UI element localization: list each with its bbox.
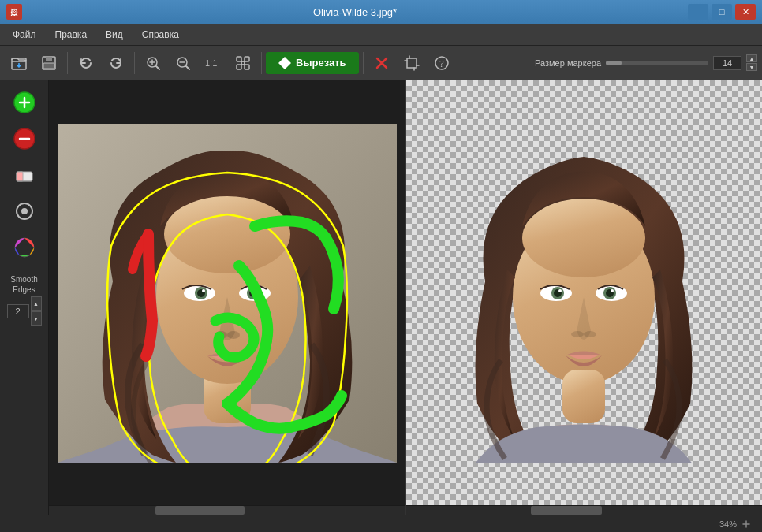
smooth-edges-input[interactable] bbox=[7, 304, 29, 318]
svg-rect-3 bbox=[43, 63, 54, 69]
marker-size-fill bbox=[606, 61, 622, 65]
marker-size-label: Размер маркера bbox=[535, 58, 601, 68]
left-image-canvas[interactable] bbox=[58, 124, 397, 463]
separator-1 bbox=[67, 52, 68, 74]
svg-rect-8 bbox=[245, 57, 249, 61]
left-scrollbar-thumb[interactable] bbox=[155, 506, 245, 515]
app-icon: 🖼 bbox=[6, 4, 22, 20]
svg-point-50 bbox=[611, 289, 614, 292]
eraser-tool[interactable] bbox=[9, 159, 40, 191]
undo-button[interactable] bbox=[72, 50, 100, 76]
right-scrollbar-thumb[interactable] bbox=[531, 506, 602, 515]
toolbar: 1:1 Вырезать ? bbox=[0, 46, 762, 80]
right-image-canvas[interactable] bbox=[414, 124, 753, 463]
svg-rect-2 bbox=[46, 57, 52, 61]
svg-rect-10 bbox=[245, 65, 249, 69]
redo-button[interactable] bbox=[102, 50, 130, 76]
smooth-down[interactable]: ▼ bbox=[31, 311, 42, 326]
smooth-edges-label: Smooth Edges bbox=[0, 274, 48, 295]
right-scrollbar[interactable] bbox=[406, 505, 763, 515]
separator-3 bbox=[261, 52, 262, 74]
right-image-container bbox=[406, 80, 763, 505]
marker-size-down[interactable]: ▼ bbox=[746, 63, 757, 71]
svg-rect-19 bbox=[17, 172, 23, 181]
marker-size-arrows: ▲ ▼ bbox=[746, 54, 757, 71]
svg-rect-42 bbox=[562, 370, 605, 423]
menu-view[interactable]: Вид bbox=[96, 26, 133, 43]
zoom-out-button[interactable] bbox=[169, 50, 197, 76]
separator-4 bbox=[363, 52, 364, 74]
marker-size-input[interactable] bbox=[713, 56, 741, 70]
separator-2 bbox=[134, 52, 135, 74]
sidebar: Smooth Edges ▲ ▼ bbox=[0, 80, 49, 515]
svg-text:?: ? bbox=[439, 58, 444, 69]
svg-point-16 bbox=[14, 92, 35, 113]
svg-point-23 bbox=[21, 244, 28, 251]
svg-point-22 bbox=[15, 238, 34, 257]
title-bar: 🖼 Olivia-Wilde 3.jpg* — □ ✕ bbox=[0, 0, 762, 24]
save-button[interactable] bbox=[35, 50, 63, 76]
svg-rect-13 bbox=[407, 58, 416, 68]
cancel-button[interactable] bbox=[368, 50, 396, 76]
svg-rect-18 bbox=[17, 172, 32, 181]
marker-size-slider[interactable] bbox=[606, 61, 708, 65]
left-scrollbar[interactable] bbox=[49, 505, 405, 515]
status-bar: 34% bbox=[0, 515, 762, 532]
add-foreground-tool[interactable] bbox=[9, 87, 40, 118]
svg-point-39 bbox=[227, 331, 240, 339]
close-button[interactable]: ✕ bbox=[735, 4, 756, 20]
main-area: Smooth Edges ▲ ▼ bbox=[0, 80, 762, 515]
svg-rect-7 bbox=[237, 57, 241, 61]
left-image-pane[interactable] bbox=[49, 80, 406, 515]
circle-tool[interactable] bbox=[9, 195, 40, 227]
marker-size-section: Размер маркера ▲ ▼ bbox=[535, 54, 757, 71]
window-controls: — □ ✕ bbox=[688, 4, 756, 20]
window-title: Olivia-Wilde 3.jpg* bbox=[22, 6, 688, 18]
smooth-arrows: ▲ ▼ bbox=[31, 296, 42, 326]
smooth-edges-section: Smooth Edges ▲ ▼ bbox=[0, 271, 48, 326]
svg-point-17 bbox=[14, 128, 35, 149]
zoom-level: 34% bbox=[719, 519, 737, 529]
smooth-up[interactable]: ▲ bbox=[31, 296, 42, 311]
svg-point-11 bbox=[241, 61, 245, 65]
svg-point-41 bbox=[522, 199, 645, 277]
zoom-in-button[interactable] bbox=[139, 50, 167, 76]
svg-marker-12 bbox=[278, 57, 291, 69]
svg-point-51 bbox=[571, 331, 584, 337]
color-tool[interactable] bbox=[9, 232, 40, 263]
zoom-reset-button[interactable]: 1:1 bbox=[199, 50, 227, 76]
menu-bar: Файл Правка Вид Справка bbox=[0, 24, 762, 46]
right-image-pane[interactable] bbox=[406, 80, 763, 515]
svg-point-21 bbox=[21, 208, 28, 214]
svg-point-52 bbox=[584, 331, 596, 337]
menu-file[interactable]: Файл bbox=[3, 26, 46, 43]
maximize-button[interactable]: □ bbox=[712, 4, 732, 20]
zoom-icon bbox=[740, 518, 753, 530]
cut-button[interactable]: Вырезать bbox=[266, 52, 359, 74]
canvas-area bbox=[49, 80, 762, 515]
help-button[interactable]: ? bbox=[428, 50, 456, 76]
menu-edit[interactable]: Правка bbox=[46, 26, 97, 43]
svg-text:1:1: 1:1 bbox=[205, 58, 217, 68]
svg-point-20 bbox=[17, 203, 32, 219]
zoom-fit-button[interactable] bbox=[229, 50, 257, 76]
minimize-button[interactable]: — bbox=[688, 4, 708, 20]
svg-rect-9 bbox=[237, 65, 241, 69]
crop-button[interactable] bbox=[398, 50, 426, 76]
left-image-container bbox=[49, 80, 405, 505]
marker-size-up[interactable]: ▲ bbox=[746, 54, 757, 62]
menu-help[interactable]: Справка bbox=[133, 26, 189, 43]
svg-point-33 bbox=[202, 289, 205, 292]
remove-background-tool[interactable] bbox=[9, 123, 40, 154]
open-button[interactable] bbox=[5, 50, 33, 76]
svg-point-46 bbox=[558, 289, 562, 292]
smooth-edges-control: ▲ ▼ bbox=[7, 296, 42, 326]
